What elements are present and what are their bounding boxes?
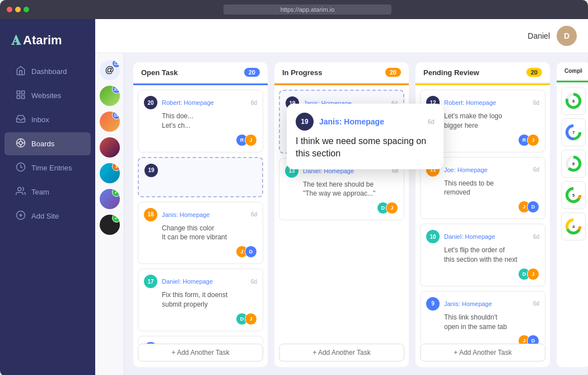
column-open-task: Open Task 20 20 Robert: Homepage 6d xyxy=(133,62,268,367)
sidebar-label-dashboard: Dashboard xyxy=(31,67,67,76)
donut-5: 5 xyxy=(565,185,582,205)
donut-6: 6 xyxy=(565,154,582,174)
avatar-group-17: D J xyxy=(236,313,257,325)
column-header-open-task: Open Task 20 xyxy=(133,62,268,84)
mini-avatar: J xyxy=(527,134,539,146)
website-list: @ 12 35 18 3 ✓ ✓ xyxy=(95,53,124,375)
mini-avatar: J xyxy=(386,202,398,214)
mail-symbol: @ xyxy=(105,65,114,75)
card-body-18: Change this colorIt can be more vibrant xyxy=(144,224,257,243)
browser-url[interactable]: https://app.atarim.io xyxy=(223,4,391,15)
sidebar: 𝐀 Atarim Dashboard Websites Inbox Boa xyxy=(0,19,95,375)
sidebar-item-add-site[interactable]: Add Site xyxy=(4,205,91,228)
column-title-complete: Comple xyxy=(564,68,582,74)
sidebar-label-boards: Boards xyxy=(31,140,54,148)
column-count-in-progress: 20 xyxy=(385,68,401,77)
svg-text:4: 4 xyxy=(572,224,575,229)
site-avatar-4[interactable]: 3 xyxy=(100,163,120,183)
svg-rect-2 xyxy=(22,96,25,99)
tooltip-author: Janis: Homepage xyxy=(319,117,422,126)
column-complete: Comple 8 xyxy=(557,62,588,367)
avatar-group-20: R J xyxy=(236,134,257,146)
avatar-group-11: J D xyxy=(518,201,539,213)
svg-text:8: 8 xyxy=(572,99,575,104)
card-4[interactable]: 4 xyxy=(561,212,586,240)
card-author-12: Robert: Homepage xyxy=(444,99,529,106)
sidebar-label-time-entries: Time Entries xyxy=(31,164,72,172)
card-8[interactable]: 8 xyxy=(561,87,586,115)
avatar-group-10: D J xyxy=(518,268,539,280)
card-author-17: Daniel: Homepage xyxy=(162,278,246,285)
cards-list-open-task: 20 Robert: Homepage 6d This doe...Let's … xyxy=(133,85,268,344)
columns-container: Open Task 20 20 Robert: Homepage 6d xyxy=(124,53,588,375)
app-container: 𝐀 Atarim Dashboard Websites Inbox Boa xyxy=(0,19,588,375)
card-time-11: 6d xyxy=(533,166,539,173)
card-5[interactable]: 5 xyxy=(561,181,586,209)
card-18[interactable]: 18 Janis: Homepage 6d Change this colorI… xyxy=(138,202,263,265)
card-body-19 xyxy=(144,179,256,191)
site-avatar-5[interactable]: ✓ xyxy=(100,189,120,209)
grid-icon xyxy=(16,90,26,101)
card-20[interactable]: 20 Robert: Homepage 6d This doe...Let's … xyxy=(138,90,263,152)
card-time-10: 6d xyxy=(533,234,539,240)
card-17[interactable]: 17 Daniel: Homepage 6d Fix this form, it… xyxy=(138,268,263,331)
svg-text:7: 7 xyxy=(572,130,575,135)
card-19-dashed[interactable]: 19 xyxy=(138,157,263,197)
donut-7: 7 xyxy=(565,122,582,142)
tooltip-card: 19 Janis: Homepage 6d I think we need so… xyxy=(287,104,444,169)
sidebar-item-dashboard[interactable]: Dashboard xyxy=(4,60,91,83)
card-author-10: Daniel: Homepage xyxy=(444,233,529,240)
add-task-button-open[interactable]: + Add Another Task xyxy=(138,344,263,362)
site-avatar-3[interactable] xyxy=(100,137,120,158)
column-count-pending-review: 20 xyxy=(526,68,542,77)
dot-green xyxy=(24,7,29,12)
mini-avatar: D xyxy=(245,246,257,258)
svg-rect-1 xyxy=(22,91,25,94)
svg-text:6: 6 xyxy=(572,161,575,166)
card-7[interactable]: 7 xyxy=(561,118,586,146)
card-number-9: 9 xyxy=(426,297,440,311)
site-badge-5: ✓ xyxy=(112,189,120,197)
card-6[interactable]: 6 xyxy=(561,150,586,178)
logo: 𝐀 Atarim xyxy=(0,28,95,59)
svg-rect-3 xyxy=(17,96,20,99)
site-badge-1: 35 xyxy=(112,86,120,94)
avatar-group-13: D J xyxy=(377,202,398,214)
wordpress-icon xyxy=(16,210,26,222)
sidebar-item-boards[interactable]: Boards xyxy=(4,132,91,155)
sidebar-label-add-site: Add Site xyxy=(31,212,59,220)
card-time-9: 6d xyxy=(533,300,539,307)
content-with-sites: @ 12 35 18 3 ✓ ✓ xyxy=(95,53,588,375)
sidebar-item-inbox[interactable]: Inbox xyxy=(4,108,91,131)
top-bar: Daniel D xyxy=(95,19,588,53)
avatar-group-9: J D xyxy=(518,335,539,344)
site-avatar-6[interactable]: ✓ xyxy=(100,215,120,235)
add-task-button-pending[interactable]: + Add Another Task xyxy=(420,344,545,362)
sidebar-item-websites[interactable]: Websites xyxy=(4,84,91,107)
board-area: Open Task 20 20 Robert: Homepage 6d xyxy=(124,53,588,375)
mini-avatar: J xyxy=(245,313,257,325)
card-body-11: This needs to beremoved xyxy=(426,179,539,198)
site-avatar-mail[interactable]: @ 12 xyxy=(100,60,120,80)
column-title-open-task: Open Task xyxy=(141,68,178,77)
site-avatar-2[interactable]: 18 xyxy=(100,112,120,132)
card-16[interactable]: 16 Janis: Homepage 6d I think we can fin… xyxy=(138,336,263,344)
card-number-17: 17 xyxy=(144,275,157,288)
card-author-9: Janis: Homepage xyxy=(444,300,529,307)
svg-text:5: 5 xyxy=(572,193,575,198)
sidebar-item-team[interactable]: Team xyxy=(4,180,91,203)
card-number-16: 16 xyxy=(144,342,157,344)
card-time-12: 6d xyxy=(533,100,539,106)
sidebar-item-time-entries[interactable]: Time Entries xyxy=(4,156,91,179)
site-avatar-1[interactable]: 35 xyxy=(100,86,120,106)
site-badge-4: 3 xyxy=(112,163,120,171)
card-body-20: This doe...Let's ch... xyxy=(144,112,257,131)
team-icon xyxy=(16,186,26,198)
card-number-19: 19 xyxy=(144,164,158,177)
card-9[interactable]: 9 Janis: Homepage 6d This link shouldn't… xyxy=(420,291,545,344)
column-header-complete: Comple xyxy=(557,62,588,81)
add-task-button-inprogress[interactable]: + Add Another Task xyxy=(279,344,404,362)
mini-avatar: J xyxy=(245,134,257,146)
card-10[interactable]: 10 Daniel: Homepage 6d Let's flip the or… xyxy=(420,224,545,286)
user-name: Daniel xyxy=(528,31,550,40)
